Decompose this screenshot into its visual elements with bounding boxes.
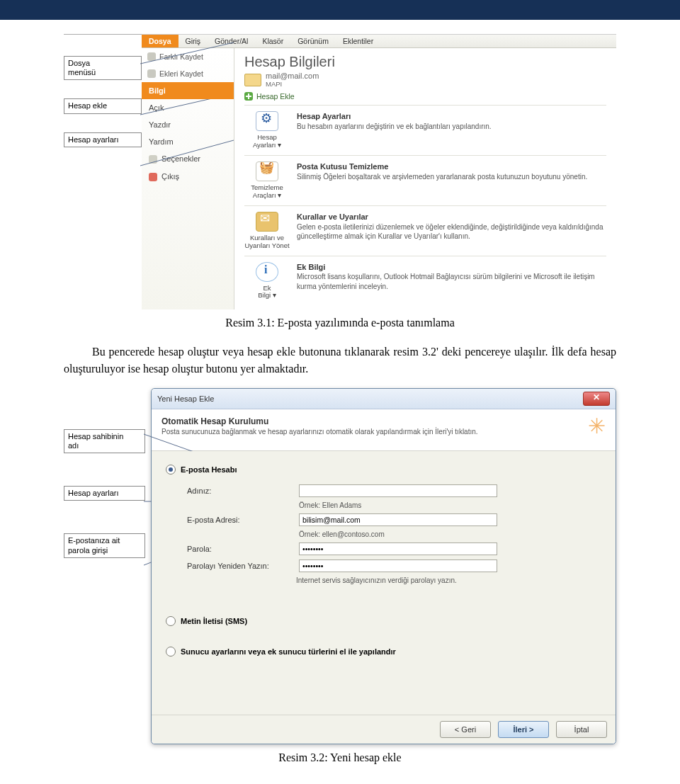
figure2-caption: Resim 3.2: Yeni hesap ekle — [64, 751, 616, 764]
btn-ek-bilgi[interactable]: Ek Bilgi ▾ — [244, 262, 290, 300]
input-eposta-adresi[interactable] — [299, 513, 497, 526]
ribbon-tab-giris[interactable]: Giriş — [178, 35, 208, 47]
radio-on-icon — [166, 465, 176, 475]
dialog-titlebar: Yeni Hesap Ekle ✕ — [152, 389, 616, 409]
hint-eposta: Örnek: ellen@contoso.com — [299, 530, 497, 538]
content-title: Hesap Bilgileri — [244, 54, 606, 70]
sec-desc: Microsoft lisans koşullarını, Outlook Ho… — [297, 273, 595, 290]
section-ek-bilgi: Ek Bilgi ▾ Ek Bilgi Microsoft lisans koş… — [244, 256, 606, 306]
backstage-content: Hesap Bilgileri mail@mail.com MAPI Hesap… — [234, 48, 616, 309]
radio-off-icon — [166, 647, 176, 657]
annot-hesap-ayarlari: Hesap ayarları — [64, 132, 142, 147]
dialog-footer: < Geri İleri > İptal — [152, 715, 616, 744]
sidemenu-cikis[interactable]: Çıkış — [142, 168, 234, 186]
radio-off-icon — [166, 616, 176, 626]
annot-dosya-menusu: Dosya menüsü — [64, 56, 142, 80]
sidemenu-acik[interactable]: Açık — [142, 99, 234, 116]
wizard-icon — [577, 416, 606, 445]
sec-title: Hesap Ayarları — [297, 112, 351, 120]
hint-parola: Internet servis sağlayıcınızın verdiği p… — [296, 576, 606, 584]
backstage-sidemenu: Farklı Kaydet Ekleri Kaydet Bilgi Açık Y… — [142, 48, 234, 309]
btn-temizleme-araclari[interactable]: Temizleme Araçları ▾ — [244, 161, 290, 200]
label-adiniz: Adınız: — [187, 487, 293, 495]
plus-icon — [244, 92, 253, 101]
section-hesap-ayarlari: Hesap Ayarları ▾ Hesap Ayarları Bu hesab… — [244, 106, 606, 156]
btn-iptal[interactable]: İptal — [556, 721, 607, 738]
annot-hesap-sahibi-adi: Hesap sahibinin adı — [64, 429, 145, 453]
ribbon-tab-eklentiler[interactable]: Eklentiler — [336, 35, 380, 47]
account-email: mail@mail.com — [266, 72, 319, 80]
gear-icon — [256, 111, 278, 131]
ribbon-tab-klasor[interactable]: Klasör — [255, 35, 290, 47]
sec-title: Posta Kutusu Temizleme — [297, 162, 388, 171]
input-adiniz[interactable] — [299, 484, 497, 497]
sidemenu-saveatt[interactable]: Ekleri Kaydet — [142, 65, 234, 82]
dialog-header-title: Otomatik Hesap Kurulumu — [162, 416, 268, 426]
dialog-body: E-posta Hesabı Adınız: Örnek: Ellen Adam… — [152, 451, 616, 715]
dialog-title-text: Yeni Hesap Ekle — [157, 394, 214, 403]
sec-desc: Bu hesabın ayarlarını değiştirin ve ek b… — [297, 123, 492, 130]
btn-hesap-ayarlari[interactable]: Hesap Ayarları ▾ — [244, 111, 290, 149]
dialog-header: Otomatik Hesap Kurulumu Posta sunucunuza… — [152, 409, 616, 451]
mail-icon — [244, 74, 261, 86]
sec-title: Ek Bilgi — [297, 263, 325, 271]
annot-hesap-ayarlari-2: Hesap ayarları — [64, 486, 145, 501]
account-protocol: MAPI — [266, 80, 319, 88]
btn-kurallar-uyarilar[interactable]: Kuralları ve Uyarıları Yönet — [244, 212, 290, 250]
dialog-yeni-hesap-ekle: Yeni Hesap Ekle ✕ Otomatik Hesap Kurulum… — [151, 388, 616, 744]
body-paragraph: Bu pencerede hesap oluştur veya hesap ek… — [64, 343, 616, 376]
radio-sunucu-elle[interactable]: Sunucu ayarlarını veya ek sunucu türleri… — [162, 643, 606, 664]
annot-parola-girisi: E-postanıza ait parola girişi — [64, 533, 145, 557]
ribbon-tab-gonderal[interactable]: Gönder/Al — [208, 35, 255, 47]
sidemenu-bilgi[interactable]: Bilgi — [142, 82, 234, 99]
sec-title: Kurallar ve Uyarılar — [297, 212, 368, 221]
radio-metin-iletisi[interactable]: Metin İletisi (SMS) — [162, 613, 606, 633]
input-parola-tekrar[interactable] — [299, 559, 497, 572]
section-kurallar-uyarilar: Kuralları ve Uyarıları Yönet Kurallar ve… — [244, 206, 606, 256]
annot-hesap-ekle: Hesap ekle — [64, 98, 142, 113]
page-top-bar — [0, 0, 680, 20]
sidemenu-saveas[interactable]: Farklı Kaydet — [142, 48, 234, 65]
sec-desc: Gelen e-posta iletilerinizi düzenlemek v… — [297, 223, 603, 241]
label-parola: Parola: — [187, 545, 293, 553]
fig2-annotation-column: Hesap sahibinin adı Hesap ayarları E-pos… — [64, 388, 145, 744]
info-icon — [256, 262, 278, 282]
sec-desc: Silinmiş Öğeleri boşaltarak ve arşivleme… — [297, 173, 587, 181]
btn-ileri[interactable]: İleri > — [498, 721, 549, 738]
ribbon-tab-gorunum[interactable]: Görünüm — [290, 35, 336, 47]
figure1-caption: Resim 3.1: E-posta yazılımında e-posta t… — [64, 317, 616, 329]
add-account-link[interactable]: Hesap Ekle — [244, 91, 606, 106]
sidemenu-secenekler[interactable]: Seçenekler — [142, 150, 234, 168]
rules-icon — [256, 212, 278, 232]
label-eposta-adresi: E-posta Adresi: — [187, 516, 293, 524]
account-line: mail@mail.com MAPI — [244, 72, 606, 88]
hint-adiniz: Örnek: Ellen Adams — [299, 501, 497, 509]
figure-2: Hesap sahibinin adı Hesap ayarları E-pos… — [64, 388, 616, 764]
cleanup-icon — [256, 161, 278, 181]
sidemenu-yardim[interactable]: Yardım — [142, 133, 234, 150]
dialog-header-desc: Posta sunucunuza bağlanmak ve hesap ayar… — [162, 428, 478, 436]
dialog-close-button[interactable]: ✕ — [583, 392, 610, 406]
label-parola-tekrar: Parolayı Yeniden Yazın: — [187, 562, 293, 570]
btn-geri[interactable]: < Geri — [440, 721, 491, 738]
sidemenu-yazdir[interactable]: Yazdır — [142, 116, 234, 133]
fig1-annotation-column: Dosya menüsü Hesap ekle Hesap ayarları — [64, 34, 142, 309]
input-parola[interactable] — [299, 542, 497, 555]
figure-1: Dosya menüsü Hesap ekle Hesap ayarları D… — [64, 34, 616, 329]
ribbon-tabs: Dosya Giriş Gönder/Al Klasör Görünüm Ekl… — [142, 35, 616, 48]
account-form: Adınız: Örnek: Ellen Adams E-posta Adres… — [187, 484, 606, 572]
section-posta-temizleme: Temizleme Araçları ▾ Posta Kutusu Temizl… — [244, 156, 606, 206]
ribbon-tab-dosya[interactable]: Dosya — [142, 35, 178, 47]
radio-eposta-hesabi[interactable]: E-posta Hesabı — [162, 461, 606, 482]
